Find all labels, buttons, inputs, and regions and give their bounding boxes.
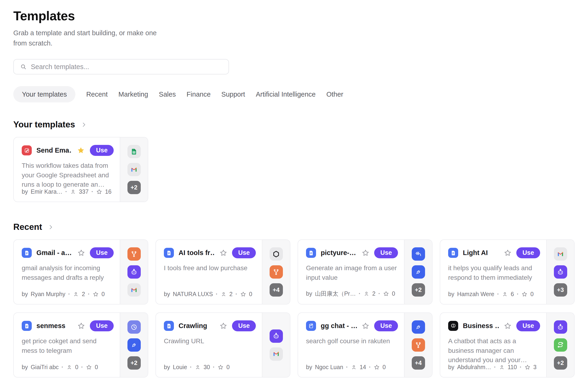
author-name: Ngoc Luan [315,364,343,370]
template-type-icon [448,321,458,331]
star-outline-icon [77,322,85,330]
star-count: 3 [533,364,537,370]
users-icon [499,364,505,370]
filter-tab[interactable]: Artificial Intelligence [256,86,316,102]
filter-tab[interactable]: Your templates [13,86,75,102]
integration-icon-tile: +2 [554,356,567,370]
users-icon [221,291,227,297]
integration-rail: +2 [120,138,148,202]
favorite-star-button[interactable] [77,249,85,257]
card-header: Business … Use [448,320,540,331]
section-heading[interactable]: Recent [13,222,571,232]
filter-tab[interactable]: Marketing [118,86,148,102]
more-integrations-badge: +4 [415,359,422,366]
use-button[interactable]: Use [374,247,398,258]
filter-tab[interactable]: Support [221,86,245,102]
template-type-icon [22,248,32,258]
search-box[interactable] [13,59,229,74]
integration-rail: +3 [546,240,574,304]
integration-icon-tile [128,320,141,334]
template-card[interactable]: gg chat - … Use search golf course in ra… [298,312,432,378]
section-heading[interactable]: Your templates [13,120,571,130]
favorite-star-button[interactable] [362,322,369,330]
template-card[interactable]: Business … Use A chatbot that acts as a … [440,312,575,378]
template-card[interactable]: senmess Use get price cokget and send me… [13,312,148,378]
template-meta: by Louie · 30 · 0 [164,364,256,370]
favorite-star-button[interactable] [219,249,227,257]
card-grid: Send Ema… Use This workflow takes data f… [13,137,571,202]
card-header: senmess Use [22,320,114,331]
star-count-icon [86,364,92,370]
more-integrations-badge: +3 [557,286,564,294]
template-title: senmess [37,322,73,330]
integration-icon-tile [128,145,141,158]
template-card[interactable]: AI tools fr… Use I tools free and low pu… [156,240,290,304]
favorite-star-button[interactable] [219,322,227,330]
favorite-star-button[interactable] [77,146,85,155]
author-name: Emir Kara… [31,188,62,195]
author-name: 山田康太（Pr… [315,290,356,298]
by-label: by [306,290,312,297]
separator-dot: · [216,291,218,298]
favorite-star-button[interactable] [77,322,85,330]
by-label: by [448,291,454,298]
separator-dot: · [81,364,83,370]
star-count-icon [96,189,102,195]
card-content: Gmail - a… Use gmail analysis for incomi… [14,240,120,304]
template-description: gmail analysis for incoming messages and… [22,264,114,282]
template-card[interactable]: Crawling Use Crawling URL by [156,312,290,378]
template-card[interactable]: pictyure-… Use Generate an image from a … [298,240,432,304]
use-button[interactable]: Use [516,247,540,258]
filter-tab[interactable]: Sales [159,86,176,102]
template-type-icon [306,248,316,258]
integration-icon-tile [554,265,567,278]
use-button[interactable]: Use [516,320,540,331]
integration-icon-tile [270,348,283,361]
author-name: Hamzah Were [457,291,494,298]
use-button[interactable]: Use [232,320,256,331]
filter-tab[interactable]: Finance [187,86,211,102]
use-button[interactable]: Use [90,247,114,258]
template-description: A chatbot that acts as a business manage… [448,336,540,364]
star-filled-icon [77,146,85,155]
integration-icon-tile [412,338,425,352]
user-count: 337 [79,188,89,195]
card-header: pictyure-… Use [306,247,398,258]
template-title: Light AI [463,249,499,257]
template-card[interactable]: Light AI Use it helps you qualify leads … [440,240,575,304]
more-integrations-badge: +2 [557,359,564,366]
card-content: Send Ema… Use This workflow takes data f… [14,138,120,202]
use-button[interactable]: Use [232,247,256,258]
favorite-star-button[interactable] [504,322,512,330]
filter-tab-label: Artificial Intelligence [256,90,316,98]
section-title: Your templates [13,120,75,130]
template-title: Business … [463,322,499,330]
template-meta: by Abdulrahm… · 110 · 3 [448,364,540,370]
card-content: AI tools fr… Use I tools free and low pu… [156,240,262,304]
separator-dot: · [235,291,237,298]
template-meta: by NATURA LUXS · 2 · 0 [164,291,256,298]
use-button[interactable]: Use [374,320,398,331]
favorite-star-button[interactable] [504,249,512,257]
use-button[interactable]: Use [90,320,114,331]
use-button[interactable]: Use [90,145,114,156]
template-card[interactable]: Send Ema… Use This workflow takes data f… [13,137,148,202]
integration-rail: +2 [546,313,574,377]
favorite-star-button[interactable] [362,249,369,257]
filter-tab[interactable]: Recent [86,86,108,102]
search-input[interactable] [30,63,225,71]
integration-icon-tile: +4 [270,283,283,296]
template-description: search golf course in rakuten [306,336,398,346]
template-title: Send Ema… [37,146,72,154]
filter-tab[interactable]: Other [326,86,343,102]
users-icon [351,364,357,370]
integration-icon-tile: +2 [412,283,425,296]
by-label: by [22,291,28,298]
template-meta: by Hamzah Were · 6 · 0 [448,291,540,298]
separator-dot: · [358,290,360,297]
page-title: Templates [13,8,571,23]
card-content: senmess Use get price cokget and send me… [14,313,120,377]
users-icon [502,291,508,297]
template-card[interactable]: Gmail - a… Use gmail analysis for incomi… [13,240,148,304]
integration-icon-tile: +2 [128,356,141,370]
